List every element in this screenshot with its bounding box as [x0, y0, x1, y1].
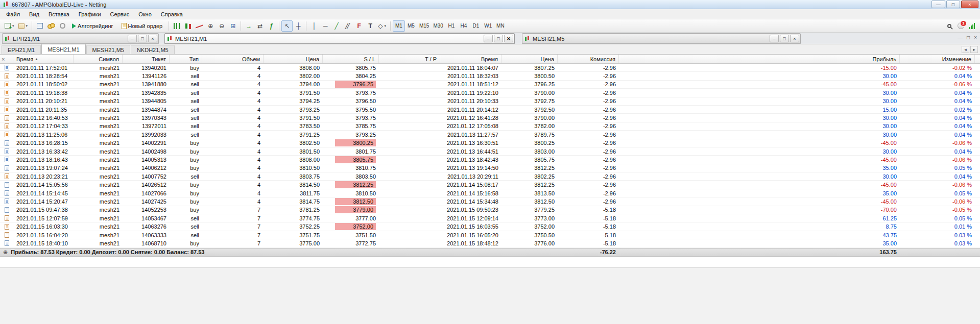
table-row[interactable]: 2021.01.11 17:52:01mesh2113940201buy4380… — [0, 64, 980, 72]
restore-button[interactable]: □ — [138, 35, 147, 42]
table-row[interactable]: 2021.01.13 18:16:43mesh2114005313buy4380… — [0, 156, 980, 164]
maximize-button[interactable]: □ — [946, 1, 960, 8]
tab-mesh21-m1[interactable]: MESH21,M1 — [41, 44, 85, 54]
column-header-volume[interactable]: Объем — [202, 55, 264, 63]
notifications-button[interactable]: 1 — [955, 20, 966, 32]
table-row[interactable]: 2021.01.15 12:07:59mesh2114053467sell737… — [0, 214, 980, 222]
table-row[interactable]: 2021.01.11 19:18:38mesh2113942835sell437… — [0, 89, 980, 97]
new-order-button[interactable]: Новый ордер — [117, 20, 167, 32]
shapes-button[interactable]: ◇▾ — [376, 20, 388, 32]
chart-window-eph21-m1[interactable]: EPH21,M1 – □ × — [2, 33, 159, 44]
menu-item-insert[interactable]: Вставка — [44, 10, 74, 18]
menu-item-service[interactable]: Сервис — [106, 10, 134, 18]
table-row[interactable]: 2021.01.11 20:10:21mesh2113944805sell437… — [0, 97, 980, 106]
text-tool-button[interactable]: T — [365, 20, 376, 32]
table-row[interactable]: 2021.01.13 20:23:21mesh2114007752sell438… — [0, 172, 980, 181]
minimize-button[interactable]: — — [931, 1, 945, 8]
timeframe-d1[interactable]: D1 — [470, 20, 482, 32]
column-header-profit[interactable]: Прибыль — [619, 55, 900, 63]
table-row[interactable]: 2021.01.11 18:50:02mesh2113941880sell437… — [0, 81, 980, 89]
panel-close-button[interactable]: × — [2, 56, 5, 62]
table-row[interactable]: 2021.01.11 18:28:54mesh2113941126sell438… — [0, 72, 980, 80]
table-row[interactable]: 2021.01.14 15:20:47mesh2114027425buy4381… — [0, 197, 980, 206]
close-button[interactable]: ✕ — [504, 35, 513, 42]
community-button[interactable] — [57, 20, 68, 32]
column-header-sl[interactable]: S / L — [323, 55, 379, 63]
auto-scroll-button[interactable]: → — [243, 20, 254, 32]
column-header-tp[interactable]: T / P — [379, 55, 440, 63]
close-button[interactable]: × — [961, 1, 978, 8]
table-row[interactable]: 2021.01.15 09:47:38mesh2114052253buy7378… — [0, 206, 980, 214]
table-row[interactable]: 2021.01.13 16:33:42mesh2114002498buy4380… — [0, 147, 980, 156]
table-row[interactable]: 2021.01.14 15:14:45mesh2114027066buy4381… — [0, 189, 980, 197]
restore-button[interactable]: □ — [967, 35, 970, 40]
tab-nkdh21-m5[interactable]: NKDH21,M5 — [131, 45, 175, 54]
table-row[interactable]: 2021.01.12 17:04:33mesh2113972011sell437… — [0, 122, 980, 131]
timeframe-mn[interactable]: MN — [494, 20, 507, 32]
table-row[interactable]: 2021.01.15 18:40:10mesh2114068710buy7377… — [0, 239, 980, 247]
new-chart-button[interactable]: ▾ — [3, 20, 16, 32]
tile-windows-button[interactable]: ⊞ — [227, 20, 238, 32]
chart-window-mesh21-m1[interactable]: MESH21,M1 – □ ✕ — [164, 33, 515, 44]
algo-trading-button[interactable]: Алготрейдинг — [68, 20, 117, 32]
line-chart-button[interactable] — [194, 20, 205, 32]
zoom-in-button[interactable]: ⊕ — [205, 20, 216, 32]
restore-button[interactable]: □ — [780, 35, 789, 42]
vertical-line-button[interactable]: │ — [308, 20, 320, 32]
restore-button[interactable]: □ — [494, 35, 503, 42]
menu-item-charts[interactable]: Графики — [74, 10, 106, 18]
expand-icon[interactable]: ⊕ — [3, 249, 8, 256]
table-row[interactable]: 2021.01.14 15:05:56mesh2114026512buy4381… — [0, 181, 980, 189]
menu-item-window[interactable]: Окно — [134, 10, 156, 18]
timeframe-m1[interactable]: M1 — [393, 20, 405, 32]
table-row[interactable]: 2021.01.13 19:07:24mesh2114006212buy4381… — [0, 164, 980, 172]
close-button[interactable]: × — [790, 35, 799, 42]
connection-status-button[interactable] — [966, 20, 977, 32]
fibonacci-button[interactable]: F — [353, 20, 365, 32]
minimize-button[interactable]: – — [770, 35, 779, 42]
crosshair-tool-button[interactable]: ┼ — [293, 20, 304, 32]
channel-button[interactable]: ╱╱ — [342, 20, 353, 32]
chart-profiles-button[interactable]: ▾ — [16, 20, 30, 32]
column-header-price[interactable]: Цена — [264, 55, 323, 63]
timeframe-w1[interactable]: W1 — [482, 20, 494, 32]
close-button[interactable]: × — [148, 35, 157, 42]
deposit-button[interactable] — [45, 20, 57, 32]
column-header-close_price[interactable]: Цена — [501, 55, 558, 63]
market-watch-button[interactable] — [34, 20, 45, 32]
chart-window-mesh21-m5[interactable]: MESH21,M5 – □ × — [522, 33, 801, 44]
table-row[interactable]: 2021.01.13 16:28:15mesh2114002291buy4380… — [0, 139, 980, 147]
timeframe-h1[interactable]: H1 — [445, 20, 458, 32]
cursor-tool-button[interactable]: ↖ — [281, 20, 293, 32]
tab-scroll-right-icon[interactable]: ▸ — [970, 46, 978, 53]
timeframe-m5[interactable]: M5 — [405, 20, 417, 32]
indicators-button[interactable]: ƒ — [266, 20, 277, 32]
horizontal-line-button[interactable]: ─ — [320, 20, 331, 32]
column-header-close_time[interactable]: Время — [440, 55, 501, 63]
minimize-button[interactable]: – — [484, 35, 493, 42]
column-header-time[interactable]: Время▲ — [13, 55, 74, 63]
zoom-out-button[interactable]: ⊖ — [216, 20, 227, 32]
minimize-button[interactable]: — — [958, 35, 963, 40]
timeframe-m30[interactable]: M30 — [431, 20, 445, 32]
table-row[interactable]: 2021.01.11 20:11:35mesh2113944874sell437… — [0, 106, 980, 114]
menu-item-file[interactable]: Файл — [2, 10, 25, 18]
table-row[interactable]: 2021.01.15 16:03:30mesh2114063276sell737… — [0, 222, 980, 231]
column-header-change[interactable]: Изменение — [900, 55, 975, 63]
timeframe-m15[interactable]: M15 — [417, 20, 431, 32]
tab-mesh21-m5[interactable]: MESH21,M5 — [86, 45, 130, 54]
bar-chart-button[interactable] — [171, 20, 182, 32]
search-button[interactable] — [944, 20, 955, 32]
table-row[interactable]: 2021.01.12 16:40:53mesh2113970343sell437… — [0, 114, 980, 122]
column-header-commission[interactable]: Комиссия — [558, 55, 619, 63]
close-button[interactable]: × — [974, 35, 977, 40]
trend-line-button[interactable]: ╱ — [331, 20, 342, 32]
column-header-type[interactable]: Тип — [170, 55, 202, 63]
tab-eph21-m1[interactable]: EPH21,M1 — [2, 45, 41, 54]
minimize-button[interactable]: – — [128, 35, 137, 42]
chart-shift-button[interactable]: ⇄ — [254, 20, 266, 32]
tab-scroll-left-icon[interactable]: ◂ — [962, 46, 969, 53]
timeframe-h4[interactable]: H4 — [458, 20, 470, 32]
table-row[interactable]: 2021.01.13 11:25:06mesh2113992033sell437… — [0, 131, 980, 139]
column-header-ticket[interactable]: Тикет — [123, 55, 170, 63]
